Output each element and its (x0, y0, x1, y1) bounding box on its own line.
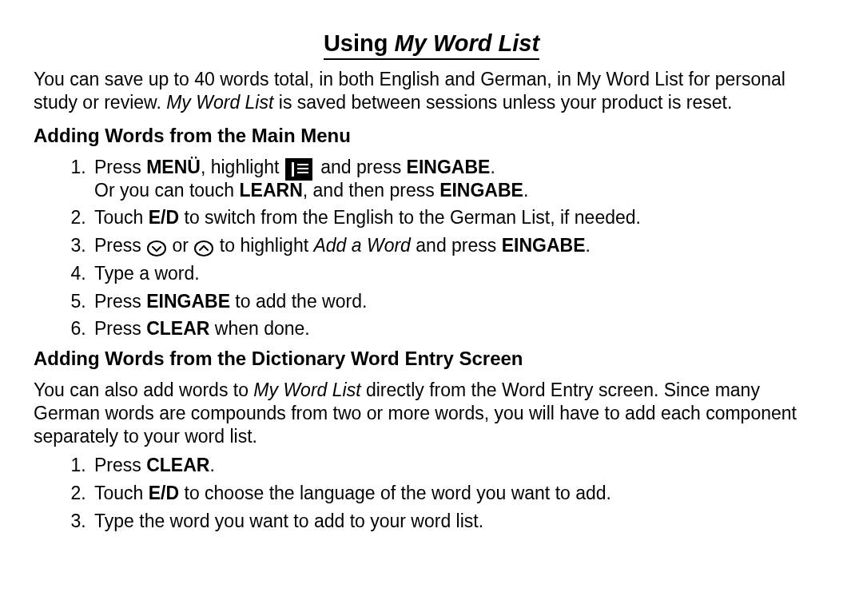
svg-point-0 (148, 241, 165, 256)
section1-heading: Adding Words from the Main Menu (34, 124, 829, 148)
section2-steps: Press CLEAR. Touch E/D to choose the lan… (34, 454, 829, 532)
step-text: , highlight (201, 157, 284, 177)
step-text: to highlight (214, 235, 313, 256)
step-text: Press (94, 235, 146, 256)
step-text: Or you can touch (94, 180, 240, 201)
step-5: Press EINGABE to add the word. (91, 290, 829, 313)
eingabe-key: EINGABE (407, 157, 491, 177)
menu-key: MENÜ (146, 157, 201, 177)
learn-key: LEARN (240, 180, 303, 201)
step-text: Type a word. (94, 263, 200, 284)
intro-text-2: is saved between sessions unless your pr… (273, 92, 732, 113)
intro2-text: You can also add words to (34, 380, 253, 400)
step-text: and press (316, 157, 407, 177)
ed-key: E/D (149, 483, 179, 503)
eingabe-key: EINGABE (146, 291, 230, 312)
step-text: Press (94, 455, 146, 475)
intro-italic: My Word List (166, 92, 273, 113)
step2-1: Press CLEAR. (91, 454, 829, 477)
title-italic: My Word List (395, 30, 540, 56)
step-text: Touch (94, 207, 149, 228)
step-2: Touch E/D to switch from the English to … (91, 206, 829, 229)
step-text: Press (94, 157, 146, 177)
step2-2: Touch E/D to choose the language of the … (91, 482, 829, 505)
down-arrow-icon (147, 240, 166, 256)
clear-key: CLEAR (146, 455, 209, 475)
step-text: to switch from the English to the German… (179, 207, 641, 228)
eingabe-key: EINGABE (439, 180, 523, 201)
step-text: or (167, 235, 193, 256)
step-text: Press (94, 291, 146, 312)
intro2-italic: My Word List (253, 380, 360, 400)
eingabe-key: EINGABE (502, 235, 586, 256)
step-text: . (490, 157, 495, 177)
section1-steps: Press MENÜ, highlight and press EINGABE.… (34, 156, 829, 340)
up-arrow-icon (194, 240, 213, 256)
step2-3: Type the word you want to add to your wo… (91, 510, 829, 533)
step-6: Press CLEAR when done. (91, 317, 829, 340)
step-text: when done. (209, 318, 309, 339)
step-text: Touch (94, 483, 149, 503)
ed-key: E/D (149, 207, 179, 228)
clear-key: CLEAR (146, 318, 209, 339)
step-1: Press MENÜ, highlight and press EINGABE.… (91, 156, 829, 202)
step-text: and press (411, 235, 502, 256)
add-word-italic: Add a Word (313, 235, 410, 256)
page-title: Using My Word List (34, 29, 829, 60)
svg-point-1 (195, 241, 213, 256)
intro-paragraph: You can save up to 40 words total, in bo… (34, 68, 829, 114)
step-3: Press or to highlight Add a Word and pre… (91, 234, 829, 257)
step-text: . (586, 235, 591, 256)
step-text: to choose the language of the word you w… (179, 483, 611, 503)
step-text: . (209, 455, 214, 475)
step-text: Press (94, 318, 146, 339)
list-icon (285, 158, 312, 181)
step-text: Type the word you want to add to your wo… (94, 511, 483, 531)
step-text: . (523, 180, 528, 201)
step-text: , and then press (303, 180, 439, 201)
title-prefix: Using (324, 30, 395, 56)
section2-intro: You can also add words to My Word List d… (34, 379, 829, 447)
section2-heading: Adding Words from the Dictionary Word En… (34, 347, 829, 371)
step-4: Type a word. (91, 262, 829, 285)
step-text: to add the word. (230, 291, 367, 312)
